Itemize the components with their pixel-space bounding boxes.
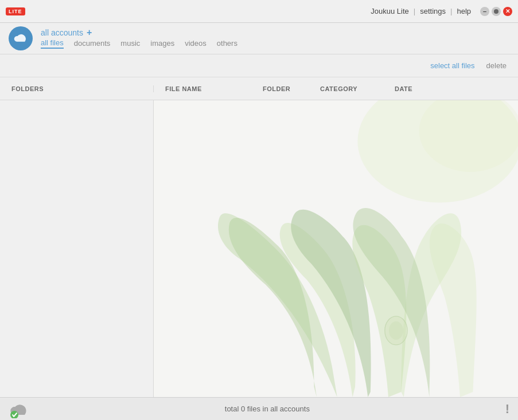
actions-bar: select all files delete	[0, 54, 518, 77]
alert-icon[interactable]: !	[505, 402, 509, 417]
filter-tabs: all files documents music images videos …	[41, 38, 237, 49]
status-cloud-icon	[9, 401, 29, 417]
col-header-folders: FOLDERS	[0, 85, 154, 92]
tab-images[interactable]: images	[150, 39, 174, 48]
background-illustration	[154, 100, 518, 397]
table-body	[0, 100, 518, 397]
title-bar: LITE Joukuu Lite | settings | help – ✕	[0, 0, 518, 23]
sep2: |	[450, 7, 452, 15]
app-name: Joukuu Lite	[371, 7, 409, 15]
account-avatar[interactable]	[9, 26, 33, 50]
svg-point-0	[494, 9, 498, 14]
account-info: all accounts + all files documents music…	[41, 28, 237, 49]
col-header-filename: FILE NAME	[154, 85, 263, 92]
svg-point-2	[419, 100, 518, 172]
window-controls: – ✕	[480, 7, 512, 16]
title-bar-left: LITE	[6, 7, 25, 15]
account-name[interactable]: all accounts	[41, 28, 83, 37]
account-name-row: all accounts +	[41, 28, 237, 37]
add-account-button[interactable]: +	[87, 28, 92, 37]
tab-documents[interactable]: documents	[74, 39, 111, 48]
delete-button[interactable]: delete	[486, 61, 507, 70]
folders-panel	[0, 100, 154, 397]
tab-music[interactable]: music	[120, 39, 140, 48]
svg-point-3	[385, 316, 407, 345]
col-header-folder: FOLDER	[263, 85, 320, 92]
sep1: |	[414, 7, 415, 15]
lite-badge: LITE	[6, 7, 25, 15]
account-bar: all accounts + all files documents music…	[0, 23, 518, 54]
title-bar-right: Joukuu Lite | settings | help – ✕	[371, 7, 512, 16]
settings-link[interactable]: settings	[420, 7, 446, 15]
tab-others[interactable]: others	[217, 39, 237, 48]
col-header-category: CATEGORY	[320, 85, 395, 92]
cloud-status-icon	[9, 401, 30, 418]
close-button[interactable]: ✕	[503, 7, 512, 16]
status-text: total 0 files in all accounts	[36, 405, 498, 413]
select-all-button[interactable]: select all files	[430, 61, 474, 70]
minimize-button[interactable]: –	[480, 7, 489, 16]
status-bar: total 0 files in all accounts !	[0, 397, 518, 420]
cloud-icon	[13, 33, 28, 44]
svg-point-4	[389, 321, 403, 340]
restore-icon	[493, 9, 499, 14]
tab-videos[interactable]: videos	[185, 39, 207, 48]
content-area: FOLDERS FILE NAME FOLDER CATEGORY DATE	[0, 77, 518, 397]
svg-point-1	[357, 100, 518, 203]
help-link[interactable]: help	[457, 7, 471, 15]
files-panel	[154, 100, 518, 397]
tab-all-files[interactable]: all files	[41, 38, 64, 49]
table-header: FOLDERS FILE NAME FOLDER CATEGORY DATE	[0, 77, 518, 100]
col-header-date: DATE	[395, 85, 518, 92]
restore-button[interactable]	[492, 7, 501, 16]
